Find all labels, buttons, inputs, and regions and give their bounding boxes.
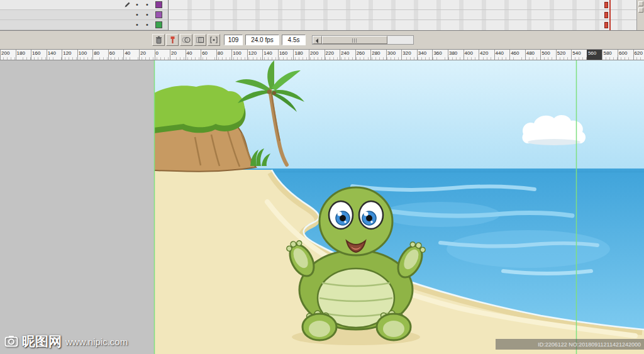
ruler-number: 120 xyxy=(62,50,77,60)
turtle-eye-right xyxy=(359,201,383,229)
ruler-number: 320 xyxy=(401,50,417,60)
frame-rate-value: 24.0 fps xyxy=(251,36,274,43)
ruler-number: 300 xyxy=(386,50,402,60)
onion-skin-icon xyxy=(182,36,191,44)
ruler-number: 100 xyxy=(231,50,247,60)
keyframe-end-marker[interactable] xyxy=(604,2,608,8)
layer-row[interactable]: •• xyxy=(0,10,168,20)
elapsed-time-value: 4.5s xyxy=(288,36,300,43)
ruler-number: 360 xyxy=(432,50,448,60)
outline-color-swatch[interactable] xyxy=(155,1,162,8)
timeline-horizontal-scrollbar[interactable] xyxy=(312,35,414,45)
timeline-scroll-column xyxy=(636,0,644,30)
outline-color-swatch[interactable] xyxy=(155,11,162,18)
scroll-up-button[interactable] xyxy=(638,1,643,6)
scroll-left-button[interactable] xyxy=(313,36,322,44)
ruler-number: 340 xyxy=(417,50,433,60)
lock-dot[interactable]: • xyxy=(146,0,148,9)
outline-color-swatch[interactable] xyxy=(155,21,162,28)
ruler-number: 80 xyxy=(216,50,232,60)
edit-multiple-frames-icon xyxy=(209,36,218,44)
coconut xyxy=(272,91,276,95)
site-watermark: 昵图网 www.nipic.com xyxy=(4,333,128,350)
row-separator xyxy=(169,19,636,20)
turtle-eye-left xyxy=(329,201,353,229)
lock-dot[interactable]: • xyxy=(146,20,148,30)
ruler-number: 280 xyxy=(370,50,386,60)
site-name: 昵图网 xyxy=(22,333,62,350)
pencil-icon xyxy=(124,1,131,8)
layer-row[interactable]: •• xyxy=(0,20,168,30)
timeline-playhead[interactable] xyxy=(609,0,611,30)
horizontal-ruler[interactable]: 2001801601401201008060402002040608010012… xyxy=(0,50,644,60)
grass-top xyxy=(154,85,245,128)
scroll-down-button[interactable] xyxy=(638,8,643,13)
delete-layer-button[interactable] xyxy=(152,34,165,46)
canvas-area xyxy=(0,60,644,354)
ruler-number: 200 xyxy=(0,50,16,60)
ruler-number: 440 xyxy=(494,50,510,60)
onion-skin-button[interactable] xyxy=(180,34,192,46)
ruler-number: 140 xyxy=(47,50,62,60)
current-frame-value: 109 xyxy=(228,36,239,43)
ruler-number: 0 xyxy=(155,50,170,60)
visibility-dot[interactable]: • xyxy=(136,0,138,9)
ruler-number: 40 xyxy=(186,50,201,60)
lock-dot[interactable]: • xyxy=(146,10,148,19)
ruler-number: 160 xyxy=(31,50,47,60)
ruler-number: 500 xyxy=(540,50,556,60)
onion-skin-outlines-icon xyxy=(196,36,204,44)
scrollbar-thumb[interactable] xyxy=(322,36,387,44)
layers-panel: •••••• xyxy=(0,0,169,30)
site-url: www.nipic.com xyxy=(65,336,128,347)
ruler-number: 40 xyxy=(123,50,139,60)
ruler-number: 260 xyxy=(355,50,371,60)
ruler-number: 220 xyxy=(325,50,340,60)
ruler-number: 100 xyxy=(77,50,93,60)
ruler-number: 420 xyxy=(479,50,494,60)
ruler-number: 120 xyxy=(247,50,263,60)
edit-multiple-frames-button[interactable] xyxy=(208,34,220,46)
ruler-number: 520 xyxy=(556,50,572,60)
ruler-number: 560 xyxy=(587,50,602,60)
ruler-number: 380 xyxy=(448,50,464,60)
ruler-number: 200 xyxy=(309,50,325,60)
trash-icon xyxy=(155,36,163,44)
keyframe-end-marker[interactable] xyxy=(604,12,608,18)
pasteboard[interactable] xyxy=(0,60,155,354)
layer-row[interactable]: •• xyxy=(0,0,168,10)
ruler-number: 480 xyxy=(525,50,541,60)
image-id-badge: ID:2206122 NO:20180911211421242000 xyxy=(496,339,644,350)
ruler-number: 60 xyxy=(108,50,124,60)
frame-rate-field[interactable]: 24.0 fps xyxy=(245,35,279,45)
sea-light-patch xyxy=(447,230,610,268)
visibility-dot[interactable]: • xyxy=(136,20,138,30)
current-frame-field: 109 xyxy=(224,35,243,45)
camera-logo-icon xyxy=(4,335,18,348)
ruler-number: 240 xyxy=(340,50,355,60)
ruler-number: 620 xyxy=(633,50,644,60)
ruler-number: 180 xyxy=(293,50,309,60)
ruler-number: 80 xyxy=(92,50,108,60)
flash-editor-window: •••••• xyxy=(0,0,644,354)
timeline-panel: •••••• xyxy=(0,0,644,30)
visibility-dot[interactable]: • xyxy=(136,10,138,19)
ruler-number: 580 xyxy=(602,50,618,60)
keyframe-end-marker[interactable] xyxy=(604,22,608,28)
stage[interactable] xyxy=(0,60,644,354)
ruler-number: 400 xyxy=(464,50,479,60)
row-separator xyxy=(169,9,636,10)
ruler-number: 180 xyxy=(16,50,31,60)
timeline-toolbar: 109 24.0 fps 4.5s xyxy=(0,30,644,50)
toolbar-spacer xyxy=(0,40,152,40)
ruler-number: 540 xyxy=(571,50,587,60)
ruler-number: 140 xyxy=(262,50,278,60)
ruler-number: 460 xyxy=(509,50,525,60)
ruler-number: 600 xyxy=(618,50,633,60)
frames-area[interactable] xyxy=(169,0,636,30)
coconut xyxy=(267,90,272,94)
center-frame-button[interactable] xyxy=(166,34,179,46)
ruler-number: 20 xyxy=(170,50,186,60)
image-id-text: ID:2206122 NO:20180911211421242000 xyxy=(538,341,641,348)
onion-skin-outlines-button[interactable] xyxy=(194,34,206,46)
